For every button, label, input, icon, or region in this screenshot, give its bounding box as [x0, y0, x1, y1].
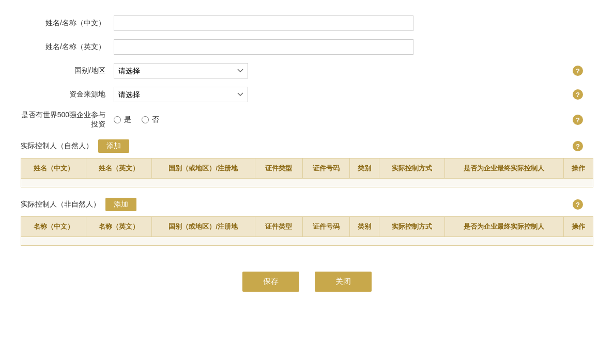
non-natural-col-country: 国别（或地区）/注册地 [151, 217, 255, 237]
natural-person-table: 姓名（中文） 姓名（英文） 国别（或地区）/注册地 证件类型 证件号码 类别 实… [21, 158, 593, 187]
close-button[interactable]: 关闭 [315, 272, 372, 292]
natural-col-name-cn: 姓名（中文） [21, 159, 86, 179]
non-natural-section-title: 实际控制人（非自然人） [21, 200, 100, 209]
fortune500-label: 是否有世界500强企业参与投资 [21, 110, 114, 129]
non-natural-col-name-en: 名称（英文） [86, 217, 151, 237]
natural-person-section: 实际控制人（自然人） 添加 ? 姓名（中文） 姓名（英文） 国别（或地区）/注册… [21, 139, 593, 187]
non-natural-col-cert-no: 证件号码 [302, 217, 350, 237]
country-help-icon[interactable]: ? [573, 66, 583, 76]
non-natural-col-control-method: 实际控制方式 [379, 217, 444, 237]
fund-source-help-icon[interactable]: ? [573, 89, 583, 100]
natural-col-control-method: 实际控制方式 [379, 159, 444, 179]
name-cn-input[interactable] [114, 15, 413, 31]
country-label: 国别/地区 [21, 66, 114, 75]
fund-source-select[interactable]: 请选择 [114, 87, 248, 102]
non-natural-help-icon[interactable]: ? [573, 199, 583, 210]
fortune500-no-option[interactable]: 否 [142, 115, 159, 124]
non-natural-person-section: 实际控制人（非自然人） 添加 ? 名称（中文） 名称（英文） 国别（或地区）/注… [21, 198, 593, 246]
non-natural-col-final-controller: 是否为企业最终实际控制人 [444, 217, 563, 237]
natural-section-title: 实际控制人（自然人） [21, 141, 93, 151]
natural-col-final-controller: 是否为企业最终实际控制人 [444, 159, 563, 179]
natural-col-category: 类别 [350, 159, 379, 179]
fortune500-radio-group: 是 否 [114, 115, 159, 124]
natural-col-cert-type: 证件类型 [255, 159, 302, 179]
non-natural-col-operation: 操作 [563, 217, 593, 237]
non-natural-col-name-cn: 名称（中文） [21, 217, 86, 237]
name-en-label: 姓名/名称（英文） [21, 42, 114, 52]
non-natural-add-button[interactable]: 添加 [105, 198, 136, 211]
natural-empty-cell [21, 179, 593, 187]
name-cn-label: 姓名/名称（中文） [21, 19, 114, 28]
save-button[interactable]: 保存 [242, 272, 299, 292]
natural-col-country: 国别（或地区）/注册地 [151, 159, 255, 179]
non-natural-col-category: 类别 [350, 217, 379, 237]
fortune500-yes-option[interactable]: 是 [114, 115, 131, 124]
natural-help-icon[interactable]: ? [573, 141, 583, 151]
fortune500-yes-radio[interactable] [114, 116, 121, 123]
name-en-input[interactable] [114, 39, 413, 55]
natural-col-name-en: 姓名（英文） [86, 159, 151, 179]
fortune500-no-label: 否 [152, 115, 159, 124]
fund-source-label: 资金来源地 [21, 90, 114, 99]
fortune500-no-radio[interactable] [142, 116, 149, 123]
non-natural-empty-row [21, 237, 593, 246]
natural-table-header-row: 姓名（中文） 姓名（英文） 国别（或地区）/注册地 证件类型 证件号码 类别 实… [21, 159, 593, 179]
natural-add-button[interactable]: 添加 [98, 139, 129, 153]
footer-buttons: 保存 关闭 [21, 272, 593, 292]
country-select[interactable]: 请选择 [114, 63, 248, 78]
fortune500-yes-label: 是 [124, 115, 131, 124]
natural-col-cert-no: 证件号码 [302, 159, 350, 179]
non-natural-person-table: 名称（中文） 名称（英文） 国别（或地区）/注册地 证件类型 证件号码 类别 实… [21, 216, 593, 246]
natural-col-operation: 操作 [563, 159, 593, 179]
non-natural-empty-cell [21, 237, 593, 246]
non-natural-table-header-row: 名称（中文） 名称（英文） 国别（或地区）/注册地 证件类型 证件号码 类别 实… [21, 217, 593, 237]
natural-empty-row [21, 179, 593, 187]
non-natural-col-cert-type: 证件类型 [255, 217, 302, 237]
fortune500-help-icon[interactable]: ? [573, 115, 583, 125]
